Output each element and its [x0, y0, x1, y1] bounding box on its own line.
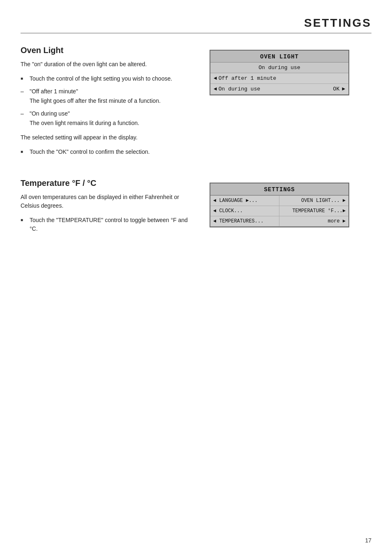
oven-light-bullets: Touch the control of the light setting y… — [21, 74, 197, 127]
oven-light-lcd: OVEN LIGHT On during use ◄ Off after 1 m… — [210, 50, 349, 95]
oven-light-content: Oven Light The "on" duration of the oven… — [21, 46, 197, 162]
left-arrow-icon-2: ◄ — [214, 86, 217, 92]
bullet-off-after: "Off after 1 minute" The light goes off … — [21, 87, 197, 105]
settings-cell-temperature[interactable]: TEMPERATURE °F...► — [279, 206, 348, 216]
temperature-content: Temperature °F / °C All oven temperature… — [21, 178, 197, 239]
settings-cell-temperatures[interactable]: ◄ TEMPERATURES... — [210, 216, 279, 227]
right-arrow-icon: ► — [342, 86, 345, 92]
page-number: 17 — [365, 537, 371, 544]
section-temperature: Temperature °F / °C All oven temperature… — [21, 178, 371, 239]
lcd-oven-light-header: OVEN LIGHT — [210, 51, 348, 63]
temperature-title: Temperature °F / °C — [21, 178, 197, 188]
settings-cell-clock[interactable]: ◄ CLOCK... — [210, 206, 279, 216]
bullet-touch-temp: Touch the "TEMPERATURE" control to toggl… — [21, 216, 197, 233]
lcd-row-off-after[interactable]: ◄ Off after 1 minute — [210, 73, 348, 84]
lcd-row-on-label: On during use — [219, 86, 333, 92]
lcd-ok-side: OK ► — [333, 86, 345, 92]
lcd-oven-light-subheader: On during use — [210, 63, 348, 73]
lcd-ok-label[interactable]: OK — [333, 86, 340, 92]
oven-light-desc: The "on" duration of the oven light can … — [21, 60, 197, 69]
oven-light-title: Oven Light — [21, 46, 197, 55]
oven-light-bullets2: Touch the "OK" control to confirm the se… — [21, 148, 197, 156]
lcd-row-off-label: Off after 1 minute — [219, 75, 345, 81]
oven-light-display-area: OVEN LIGHT On during use ◄ Off after 1 m… — [210, 46, 357, 162]
temperature-bullets: Touch the "TEMPERATURE" control to toggl… — [21, 216, 197, 233]
lcd-row-on-during[interactable]: ◄ On during use OK ► — [210, 84, 348, 95]
section-oven-light: Oven Light The "on" duration of the oven… — [21, 46, 371, 162]
bullet-ok-confirm: Touch the "OK" control to confirm the se… — [21, 148, 197, 156]
bullet-on-during: "On during use" The oven light remains l… — [21, 109, 197, 127]
settings-cell-more[interactable]: more ► — [279, 216, 348, 227]
settings-lcd-grid: ◄ LANGUAGE ►... OVEN LIGHT... ► ◄ CLOCK.… — [210, 195, 348, 227]
settings-lcd: SETTINGS ◄ LANGUAGE ►... OVEN LIGHT... ►… — [210, 183, 349, 227]
settings-lcd-header: SETTINGS — [210, 183, 348, 195]
left-arrow-icon: ◄ — [214, 75, 217, 81]
settings-display-area: SETTINGS ◄ LANGUAGE ►... OVEN LIGHT... ►… — [210, 178, 357, 239]
page-title: SETTINGS — [304, 16, 371, 30]
bullet-touch-control: Touch the control of the light setting y… — [21, 74, 197, 83]
page: SETTINGS Oven Light The "on" duration of… — [0, 0, 392, 556]
settings-cell-oven-light[interactable]: OVEN LIGHT... ► — [279, 196, 348, 206]
settings-cell-language[interactable]: ◄ LANGUAGE ►... — [210, 196, 279, 206]
temperature-desc: All oven temperatures can be displayed i… — [21, 193, 197, 210]
oven-light-after-text: The selected setting will appear in the … — [21, 133, 197, 142]
page-header: SETTINGS — [21, 16, 371, 33]
